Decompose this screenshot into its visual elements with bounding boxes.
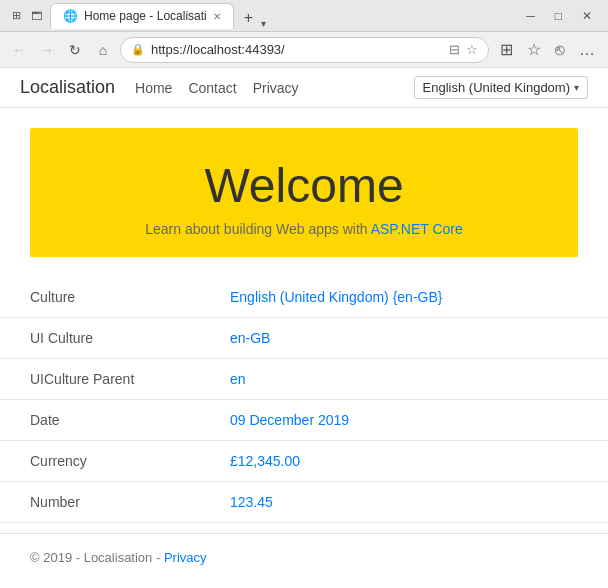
table-row: UICulture Parenten [0, 359, 608, 400]
favorites-icon[interactable]: ☆ [522, 38, 546, 61]
browser-frame: ⊞ 🗔 🌐 Home page - Localisati ✕ + ▾ ─ □ ✕… [0, 0, 608, 588]
row-label: Culture [0, 277, 200, 318]
minimize-button[interactable]: ─ [518, 7, 543, 25]
tab-title: Home page - Localisati [84, 9, 207, 23]
row-value: 09 December 2019 [200, 400, 608, 441]
window-controls: ─ □ ✕ [518, 7, 600, 25]
active-tab[interactable]: 🌐 Home page - Localisati ✕ [50, 3, 234, 29]
nav-privacy[interactable]: Privacy [253, 80, 299, 96]
tab-close-button[interactable]: ✕ [213, 11, 221, 22]
row-value: English (United Kingdom) {en-GB} [200, 277, 608, 318]
row-value: en-GB [200, 318, 608, 359]
home-button[interactable]: ⌂ [92, 39, 114, 61]
hero-subtitle-text: Learn about building Web apps with [145, 221, 370, 237]
page-content: Localisation Home Contact Privacy Englis… [0, 68, 608, 588]
hero-title: Welcome [50, 158, 558, 213]
toolbar-actions: ⊞ ☆ ⎋ … [495, 38, 600, 61]
browser-toolbar: ← → ↻ ⌂ 🔒 https://localhost:44393/ ⊟ ☆ ⊞… [0, 32, 608, 68]
nav-links: Home Contact Privacy [135, 80, 299, 96]
language-label: English (United Kingdom) [423, 80, 570, 95]
reader-view-icon[interactable]: ⊟ [449, 42, 460, 57]
table-row: Currency£12,345.00 [0, 441, 608, 482]
row-label: UI Culture [0, 318, 200, 359]
close-button[interactable]: ✕ [574, 7, 600, 25]
table-row: CultureEnglish (United Kingdom) {en-GB} [0, 277, 608, 318]
info-table: CultureEnglish (United Kingdom) {en-GB}U… [0, 277, 608, 523]
site-nav: Localisation Home Contact Privacy Englis… [0, 68, 608, 108]
tab-dropdown-button[interactable]: ▾ [261, 18, 266, 29]
row-label: Number [0, 482, 200, 523]
hero-subtitle: Learn about building Web apps with ASP.N… [50, 221, 558, 237]
back-button[interactable]: ← [8, 39, 30, 61]
bookmark-icon[interactable]: ☆ [466, 42, 478, 57]
new-tab-button[interactable]: + [238, 7, 259, 29]
site-logo: Localisation [20, 77, 115, 98]
row-value: en [200, 359, 608, 400]
nav-home[interactable]: Home [135, 80, 172, 96]
table-row: Number123.45 [0, 482, 608, 523]
nav-contact[interactable]: Contact [188, 80, 236, 96]
row-label: Date [0, 400, 200, 441]
row-label: Currency [0, 441, 200, 482]
address-bar[interactable]: 🔒 https://localhost:44393/ ⊟ ☆ [120, 37, 489, 63]
share-icon[interactable]: ⎋ [550, 39, 570, 61]
refresh-button[interactable]: ↻ [64, 39, 86, 61]
footer-text: © 2019 - Localisation - [30, 550, 164, 565]
lock-icon: 🔒 [131, 43, 145, 56]
table-row: Date09 December 2019 [0, 400, 608, 441]
app-icon-2: 🗔 [28, 8, 44, 24]
site-footer: © 2019 - Localisation - Privacy [0, 533, 608, 581]
row-value: 123.45 [200, 482, 608, 523]
settings-icon[interactable]: … [574, 39, 600, 61]
address-actions: ⊟ ☆ [449, 42, 478, 57]
address-text: https://localhost:44393/ [151, 42, 443, 57]
tab-favicon: 🌐 [63, 9, 78, 23]
row-label: UICulture Parent [0, 359, 200, 400]
footer-privacy-link[interactable]: Privacy [164, 550, 207, 565]
title-bar-icons: ⊞ 🗔 [8, 8, 44, 24]
title-bar: ⊞ 🗔 🌐 Home page - Localisati ✕ + ▾ ─ □ ✕ [0, 0, 608, 32]
language-selector[interactable]: English (United Kingdom) ▾ [414, 76, 588, 99]
forward-button[interactable]: → [36, 39, 58, 61]
app-icon-1: ⊞ [8, 8, 24, 24]
row-value: £12,345.00 [200, 441, 608, 482]
language-dropdown-arrow: ▾ [574, 82, 579, 93]
tab-area: 🌐 Home page - Localisati ✕ + ▾ [50, 3, 512, 29]
hero-section: Welcome Learn about building Web apps wi… [30, 128, 578, 257]
collections-icon[interactable]: ⊞ [495, 38, 518, 61]
table-row: UI Cultureen-GB [0, 318, 608, 359]
aspnet-core-link[interactable]: ASP.NET Core [371, 221, 463, 237]
maximize-button[interactable]: □ [547, 7, 570, 25]
